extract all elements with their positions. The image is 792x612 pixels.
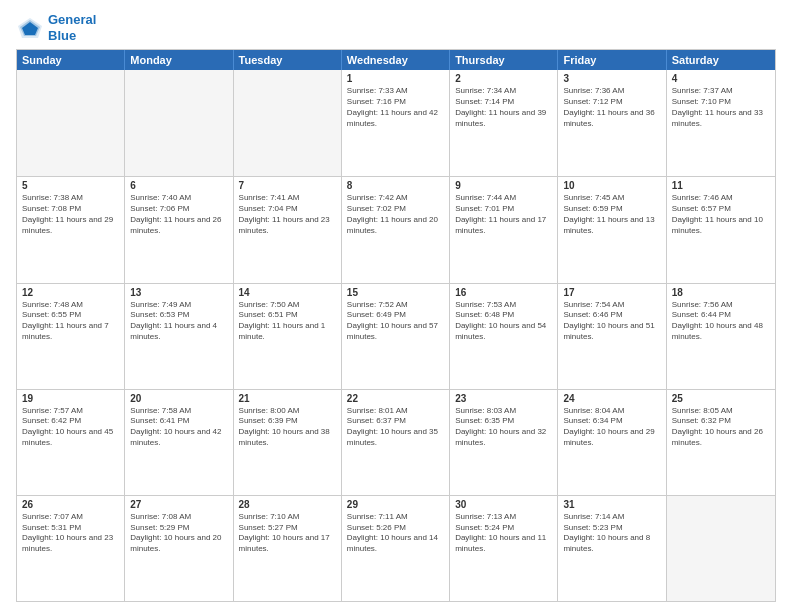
day-number: 2 <box>455 73 552 84</box>
cal-cell: 12Sunrise: 7:48 AM Sunset: 6:55 PM Dayli… <box>17 284 125 389</box>
cell-info: Sunrise: 7:54 AM Sunset: 6:46 PM Dayligh… <box>563 300 660 343</box>
cell-info: Sunrise: 7:38 AM Sunset: 7:08 PM Dayligh… <box>22 193 119 236</box>
cell-info: Sunrise: 7:13 AM Sunset: 5:24 PM Dayligh… <box>455 512 552 555</box>
day-number: 4 <box>672 73 770 84</box>
cal-cell: 23Sunrise: 8:03 AM Sunset: 6:35 PM Dayli… <box>450 390 558 495</box>
day-number: 9 <box>455 180 552 191</box>
cal-cell: 3Sunrise: 7:36 AM Sunset: 7:12 PM Daylig… <box>558 70 666 176</box>
cal-cell: 21Sunrise: 8:00 AM Sunset: 6:39 PM Dayli… <box>234 390 342 495</box>
cal-cell: 20Sunrise: 7:58 AM Sunset: 6:41 PM Dayli… <box>125 390 233 495</box>
day-number: 8 <box>347 180 444 191</box>
cal-cell: 2Sunrise: 7:34 AM Sunset: 7:14 PM Daylig… <box>450 70 558 176</box>
day-number: 27 <box>130 499 227 510</box>
page-header: General Blue <box>16 12 776 43</box>
header-saturday: Saturday <box>667 50 775 70</box>
calendar-body: 1Sunrise: 7:33 AM Sunset: 7:16 PM Daylig… <box>17 70 775 601</box>
day-number: 6 <box>130 180 227 191</box>
cell-info: Sunrise: 7:45 AM Sunset: 6:59 PM Dayligh… <box>563 193 660 236</box>
day-number: 15 <box>347 287 444 298</box>
cal-cell: 27Sunrise: 7:08 AM Sunset: 5:29 PM Dayli… <box>125 496 233 601</box>
day-number: 19 <box>22 393 119 404</box>
day-number: 26 <box>22 499 119 510</box>
cal-cell <box>234 70 342 176</box>
day-number: 18 <box>672 287 770 298</box>
day-number: 22 <box>347 393 444 404</box>
logo: General Blue <box>16 12 96 43</box>
calendar-row-1: 1Sunrise: 7:33 AM Sunset: 7:16 PM Daylig… <box>17 70 775 176</box>
logo-icon <box>16 16 44 40</box>
cell-info: Sunrise: 7:34 AM Sunset: 7:14 PM Dayligh… <box>455 86 552 129</box>
calendar-row-3: 12Sunrise: 7:48 AM Sunset: 6:55 PM Dayli… <box>17 283 775 389</box>
day-number: 17 <box>563 287 660 298</box>
cal-cell: 28Sunrise: 7:10 AM Sunset: 5:27 PM Dayli… <box>234 496 342 601</box>
cell-info: Sunrise: 7:33 AM Sunset: 7:16 PM Dayligh… <box>347 86 444 129</box>
cell-info: Sunrise: 7:58 AM Sunset: 6:41 PM Dayligh… <box>130 406 227 449</box>
cell-info: Sunrise: 7:10 AM Sunset: 5:27 PM Dayligh… <box>239 512 336 555</box>
header-tuesday: Tuesday <box>234 50 342 70</box>
day-number: 24 <box>563 393 660 404</box>
cell-info: Sunrise: 7:44 AM Sunset: 7:01 PM Dayligh… <box>455 193 552 236</box>
cal-cell <box>17 70 125 176</box>
day-number: 30 <box>455 499 552 510</box>
day-number: 1 <box>347 73 444 84</box>
cal-cell: 15Sunrise: 7:52 AM Sunset: 6:49 PM Dayli… <box>342 284 450 389</box>
cell-info: Sunrise: 7:53 AM Sunset: 6:48 PM Dayligh… <box>455 300 552 343</box>
calendar-row-5: 26Sunrise: 7:07 AM Sunset: 5:31 PM Dayli… <box>17 495 775 601</box>
cal-cell: 22Sunrise: 8:01 AM Sunset: 6:37 PM Dayli… <box>342 390 450 495</box>
cal-cell: 31Sunrise: 7:14 AM Sunset: 5:23 PM Dayli… <box>558 496 666 601</box>
logo-text: General Blue <box>48 12 96 43</box>
cal-cell: 7Sunrise: 7:41 AM Sunset: 7:04 PM Daylig… <box>234 177 342 282</box>
header-thursday: Thursday <box>450 50 558 70</box>
cell-info: Sunrise: 7:49 AM Sunset: 6:53 PM Dayligh… <box>130 300 227 343</box>
day-number: 5 <box>22 180 119 191</box>
cell-info: Sunrise: 7:57 AM Sunset: 6:42 PM Dayligh… <box>22 406 119 449</box>
calendar: Sunday Monday Tuesday Wednesday Thursday… <box>16 49 776 602</box>
day-number: 31 <box>563 499 660 510</box>
cal-cell: 5Sunrise: 7:38 AM Sunset: 7:08 PM Daylig… <box>17 177 125 282</box>
cell-info: Sunrise: 7:41 AM Sunset: 7:04 PM Dayligh… <box>239 193 336 236</box>
cal-cell: 26Sunrise: 7:07 AM Sunset: 5:31 PM Dayli… <box>17 496 125 601</box>
cell-info: Sunrise: 7:42 AM Sunset: 7:02 PM Dayligh… <box>347 193 444 236</box>
day-number: 11 <box>672 180 770 191</box>
day-number: 20 <box>130 393 227 404</box>
cal-cell: 18Sunrise: 7:56 AM Sunset: 6:44 PM Dayli… <box>667 284 775 389</box>
cell-info: Sunrise: 8:01 AM Sunset: 6:37 PM Dayligh… <box>347 406 444 449</box>
calendar-row-2: 5Sunrise: 7:38 AM Sunset: 7:08 PM Daylig… <box>17 176 775 282</box>
day-number: 13 <box>130 287 227 298</box>
day-number: 14 <box>239 287 336 298</box>
cell-info: Sunrise: 7:48 AM Sunset: 6:55 PM Dayligh… <box>22 300 119 343</box>
cell-info: Sunrise: 7:14 AM Sunset: 5:23 PM Dayligh… <box>563 512 660 555</box>
day-number: 28 <box>239 499 336 510</box>
day-number: 12 <box>22 287 119 298</box>
cell-info: Sunrise: 7:36 AM Sunset: 7:12 PM Dayligh… <box>563 86 660 129</box>
cal-cell: 24Sunrise: 8:04 AM Sunset: 6:34 PM Dayli… <box>558 390 666 495</box>
cal-cell: 29Sunrise: 7:11 AM Sunset: 5:26 PM Dayli… <box>342 496 450 601</box>
day-number: 29 <box>347 499 444 510</box>
cell-info: Sunrise: 7:52 AM Sunset: 6:49 PM Dayligh… <box>347 300 444 343</box>
calendar-page: General Blue Sunday Monday Tuesday Wedne… <box>0 0 792 612</box>
cal-cell: 14Sunrise: 7:50 AM Sunset: 6:51 PM Dayli… <box>234 284 342 389</box>
day-number: 21 <box>239 393 336 404</box>
cal-cell: 30Sunrise: 7:13 AM Sunset: 5:24 PM Dayli… <box>450 496 558 601</box>
cal-cell: 13Sunrise: 7:49 AM Sunset: 6:53 PM Dayli… <box>125 284 233 389</box>
day-number: 3 <box>563 73 660 84</box>
cal-cell: 1Sunrise: 7:33 AM Sunset: 7:16 PM Daylig… <box>342 70 450 176</box>
cell-info: Sunrise: 8:04 AM Sunset: 6:34 PM Dayligh… <box>563 406 660 449</box>
cal-cell <box>667 496 775 601</box>
cal-cell: 19Sunrise: 7:57 AM Sunset: 6:42 PM Dayli… <box>17 390 125 495</box>
cell-info: Sunrise: 7:56 AM Sunset: 6:44 PM Dayligh… <box>672 300 770 343</box>
cal-cell <box>125 70 233 176</box>
cell-info: Sunrise: 7:37 AM Sunset: 7:10 PM Dayligh… <box>672 86 770 129</box>
header-sunday: Sunday <box>17 50 125 70</box>
cell-info: Sunrise: 8:03 AM Sunset: 6:35 PM Dayligh… <box>455 406 552 449</box>
cal-cell: 8Sunrise: 7:42 AM Sunset: 7:02 PM Daylig… <box>342 177 450 282</box>
calendar-row-4: 19Sunrise: 7:57 AM Sunset: 6:42 PM Dayli… <box>17 389 775 495</box>
cal-cell: 4Sunrise: 7:37 AM Sunset: 7:10 PM Daylig… <box>667 70 775 176</box>
cell-info: Sunrise: 8:00 AM Sunset: 6:39 PM Dayligh… <box>239 406 336 449</box>
header-wednesday: Wednesday <box>342 50 450 70</box>
cell-info: Sunrise: 7:07 AM Sunset: 5:31 PM Dayligh… <box>22 512 119 555</box>
cell-info: Sunrise: 7:46 AM Sunset: 6:57 PM Dayligh… <box>672 193 770 236</box>
cell-info: Sunrise: 7:11 AM Sunset: 5:26 PM Dayligh… <box>347 512 444 555</box>
header-monday: Monday <box>125 50 233 70</box>
cal-cell: 6Sunrise: 7:40 AM Sunset: 7:06 PM Daylig… <box>125 177 233 282</box>
